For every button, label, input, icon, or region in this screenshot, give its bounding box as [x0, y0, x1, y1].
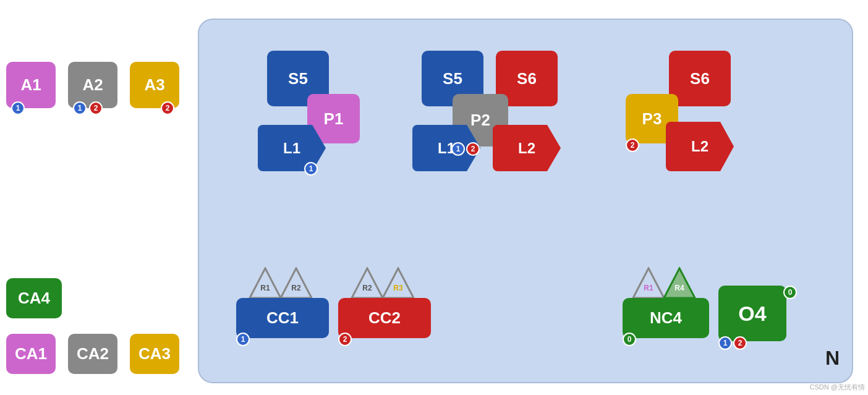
- triangle-nc4-r1-svg: R1: [632, 267, 666, 301]
- box-a1-label: A1: [20, 75, 41, 95]
- svg-marker-2: [281, 268, 312, 298]
- svg-marker-4: [352, 268, 383, 298]
- main-container: S5 P1 L1 1 S5 S6 P2 L1 L2 1 2 S6 P3 L2 2: [198, 19, 853, 383]
- group3-s6-label: S6: [690, 69, 710, 88]
- badge-group1-l1-1: 1: [304, 162, 318, 176]
- svg-text:R2: R2: [291, 284, 301, 292]
- box-a3: A3 2: [130, 62, 179, 108]
- triangle-r1-svg: R1: [249, 267, 283, 301]
- watermark: CSDN @无忧有情: [810, 383, 865, 392]
- box-o4-label: O4: [738, 302, 766, 326]
- badge-group2-p2-1: 1: [451, 142, 465, 156]
- box-a1: A1 1: [6, 62, 56, 108]
- triangle-nc4-r4-svg: R4: [663, 267, 697, 301]
- svg-text:R1: R1: [260, 284, 270, 292]
- box-ca2: CA2: [68, 334, 117, 374]
- group1-l1-label: L1: [283, 140, 300, 157]
- box-ca3: CA3: [130, 334, 179, 374]
- group3-l2: L2: [666, 122, 734, 171]
- triangle-cc2-r2-svg: R2: [351, 267, 385, 301]
- badge-a2-1: 1: [73, 101, 87, 115]
- svg-marker-8: [633, 268, 664, 298]
- badge-o4-2: 2: [733, 336, 747, 350]
- box-a2: A2 1 2: [68, 62, 117, 108]
- svg-text:R2: R2: [362, 284, 372, 292]
- box-cc1: CC1: [236, 298, 329, 338]
- group2-s5-label: S5: [443, 69, 462, 88]
- badge-a2-2: 2: [89, 101, 103, 115]
- box-ca2-label: CA2: [77, 344, 109, 363]
- badge-cc1-1: 1: [236, 333, 250, 346]
- triangle-cc2-r3-svg: R3: [381, 267, 415, 301]
- box-nc4-label: NC4: [650, 308, 682, 328]
- box-ca1-label: CA1: [15, 344, 47, 363]
- box-a2-label: A2: [82, 75, 103, 95]
- svg-text:R4: R4: [674, 284, 684, 292]
- svg-marker-0: [250, 268, 281, 298]
- box-ca1: CA1: [6, 334, 56, 374]
- badge-o4-1: 1: [718, 336, 732, 350]
- n-label: N: [825, 347, 840, 370]
- svg-text:R1: R1: [644, 284, 653, 292]
- box-nc4: NC4: [623, 298, 709, 338]
- box-cc2-label: CC2: [368, 308, 401, 328]
- group2-l2-label: L2: [518, 140, 535, 157]
- group1-s5-label: S5: [288, 69, 308, 88]
- svg-marker-6: [383, 268, 414, 298]
- group2-s6-label: S6: [517, 69, 537, 88]
- badge-group2-p2-2: 2: [466, 142, 480, 156]
- group1-p1-label: P1: [324, 109, 344, 129]
- svg-marker-10: [664, 268, 695, 298]
- triangle-r2-svg: R2: [279, 267, 313, 301]
- svg-text:R3: R3: [393, 284, 403, 292]
- box-cc1-label: CC1: [266, 308, 299, 328]
- box-a3-label: A3: [144, 75, 164, 95]
- box-o4: O4: [718, 286, 786, 341]
- group3-l2-label: L2: [691, 138, 708, 155]
- box-ca3-label: CA3: [138, 344, 171, 363]
- badge-o4-0: 0: [783, 286, 797, 299]
- badge-a1-1: 1: [11, 101, 25, 115]
- badge-group3-p3-2: 2: [626, 138, 639, 152]
- group3-s6: S6: [669, 51, 731, 106]
- badge-cc2-2: 2: [338, 333, 352, 346]
- box-ca4-label: CA4: [18, 289, 50, 308]
- group2-l2: L2: [493, 125, 561, 171]
- group3-p3-label: P3: [642, 109, 662, 129]
- badge-a3-2: 2: [161, 101, 174, 115]
- badge-nc4-0: 0: [623, 333, 636, 346]
- group2-p2-label: P2: [470, 111, 490, 130]
- box-ca4: CA4: [6, 278, 62, 318]
- box-cc2: CC2: [338, 298, 431, 338]
